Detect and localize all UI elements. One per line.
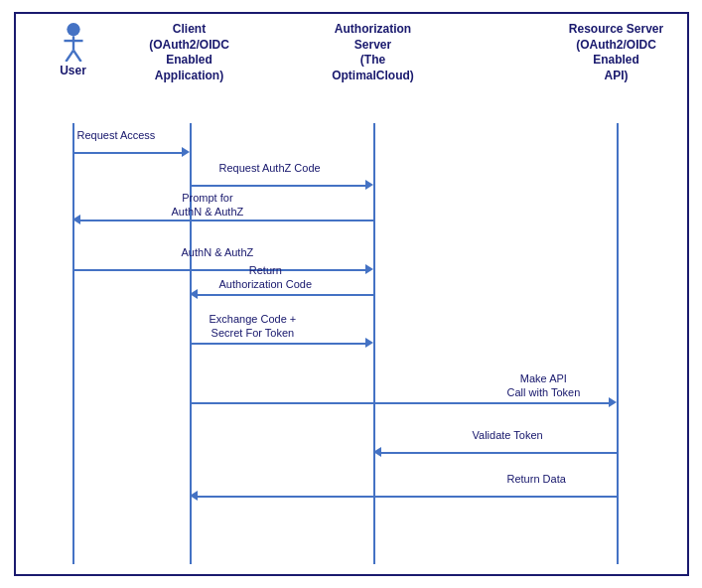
actor-client-label: Client (OAuth2/OIDC Enabled Application) (149, 22, 229, 83)
msg6-label: Exchange Code +Secret For Token (210, 312, 297, 341)
message-make-api-call: Make APICall with Token (190, 393, 617, 413)
person-icon (59, 22, 88, 62)
message-prompt-authn: Prompt forAuthN & AuthZ (72, 211, 373, 230)
actor-auth-label: Authorization Server (The OptimalCloud) (324, 22, 423, 83)
actor-auth-server: Authorization Server (The OptimalCloud) (324, 22, 423, 83)
svg-line-3 (66, 51, 73, 62)
msg7-label: Make APICall with Token (507, 371, 581, 400)
svg-line-4 (73, 51, 81, 62)
lifeline-resource (617, 123, 619, 564)
msg2-label: Request AuthZ Code (219, 162, 321, 174)
msg9-label: Return Data (507, 473, 566, 485)
actor-user-label: User (60, 64, 86, 79)
actor-resource-server: Resource Server (OAuth2/OIDC Enabled API… (567, 22, 666, 83)
sequence-diagram: User Client (OAuth2/OIDC Enabled Applica… (14, 12, 689, 576)
message-exchange-code: Exchange Code +Secret For Token (190, 334, 373, 354)
message-return-authz-code: ReturnAuthorization Code (190, 285, 373, 305)
msg8-label: Validate Token (473, 429, 543, 441)
msg3-label: Prompt forAuthN & AuthZ (172, 191, 244, 220)
msg1-label: Request Access (77, 129, 156, 141)
svg-point-0 (67, 23, 79, 36)
actor-resource-label: Resource Server (OAuth2/OIDC Enabled API… (569, 22, 663, 83)
message-validate-token: Validate Token (373, 443, 617, 463)
msg5-label: ReturnAuthorization Code (219, 263, 313, 292)
lifeline-user (72, 123, 74, 564)
actor-user: User (44, 22, 103, 79)
actor-client: Client (OAuth2/OIDC Enabled Application) (145, 22, 234, 83)
msg4-label: AuthN & AuthZ (182, 246, 254, 258)
message-return-data: Return Data (190, 487, 617, 507)
message-request-access: Request Access (72, 143, 190, 163)
